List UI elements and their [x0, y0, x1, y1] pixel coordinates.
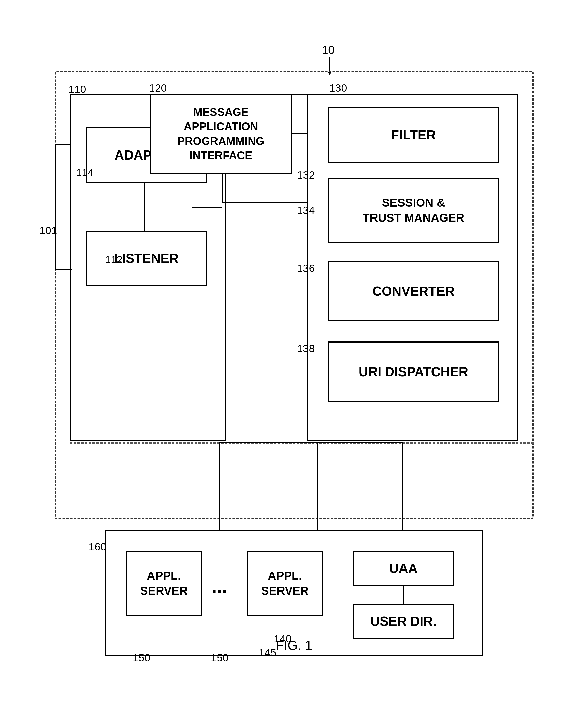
- label-110: 110: [68, 83, 86, 96]
- ellipsis: ...: [212, 576, 227, 596]
- uri-dispatcher-label: URI DISPATCHER: [359, 364, 468, 379]
- filter-box: FILTER: [328, 107, 499, 163]
- appl-server-2-box: APPL.SERVER: [247, 551, 323, 616]
- label-120: 120: [149, 82, 167, 94]
- label-114: 114: [76, 167, 94, 179]
- uri-dispatcher-box: URI DISPATCHER: [328, 341, 499, 402]
- converter-label: CONVERTER: [372, 283, 455, 299]
- page: 10 101 ADAPTER LISTENER 110 114 112: [0, 0, 588, 716]
- appl-server-1-label: APPL.SERVER: [140, 568, 188, 598]
- fig-label: FIG. 1: [276, 638, 312, 653]
- label-150a: 150: [133, 652, 150, 664]
- line-uaa-userdir: [403, 586, 404, 605]
- map-label: MESSAGEAPPLICATIONPROGRAMMINGINTERFACE: [177, 105, 265, 163]
- label-130: 130: [330, 82, 347, 94]
- label-101: 101: [40, 225, 57, 237]
- map-box: MESSAGEAPPLICATIONPROGRAMMINGINTERFACE: [150, 93, 292, 174]
- appl-server-2-label: APPL.SERVER: [261, 568, 309, 598]
- session-trust-label: SESSION &TRUST MANAGER: [363, 195, 464, 226]
- user-dir-label: USER DIR.: [370, 614, 437, 629]
- appl-server-1-box: APPL.SERVER: [126, 551, 202, 616]
- label-145: 145: [259, 647, 276, 659]
- listener-label: LISTENER: [114, 251, 179, 266]
- left-bracket-vert: [56, 144, 57, 270]
- label-134: 134: [297, 204, 315, 216]
- line-adapter-listener: [144, 183, 145, 232]
- vert-down-mid: [317, 442, 318, 530]
- filter-label: FILTER: [391, 127, 436, 142]
- box-160: APPL.SERVER ... APPL.SERVER UAA USER DIR…: [105, 529, 483, 655]
- box-130: FILTER SESSION &TRUST MANAGER CONVERTER …: [307, 93, 519, 441]
- line-map-to-130-top: [224, 94, 308, 95]
- conn-listener-map: [192, 207, 222, 208]
- label-132: 132: [297, 169, 315, 181]
- listener-box: LISTENER: [86, 231, 207, 286]
- session-trust-box: SESSION &TRUST MANAGER: [328, 178, 499, 243]
- vert-down-right: [402, 442, 403, 530]
- horiz-uri-top: [218, 442, 403, 443]
- diagram-container: 10 101 ADAPTER LISTENER 110 114 112: [55, 43, 533, 673]
- uaa-label: UAA: [389, 561, 418, 576]
- label-136: 136: [297, 262, 315, 274]
- conn-map-down-vert: [222, 174, 223, 203]
- user-dir-box: USER DIR.: [353, 604, 454, 639]
- left-bracket-bot: [56, 269, 72, 270]
- vert-down-left: [218, 442, 219, 530]
- left-bracket-top: [56, 144, 70, 145]
- label-150b: 150: [211, 652, 229, 664]
- label-112: 112: [105, 254, 123, 266]
- label-138: 138: [297, 342, 315, 355]
- conn-map-down-horiz: [222, 203, 308, 203]
- conn-map-filter: [292, 133, 308, 134]
- converter-box: CONVERTER: [328, 261, 499, 321]
- uaa-box: UAA: [353, 551, 454, 586]
- arrow-10-line: [330, 57, 330, 72]
- label-160: 160: [89, 541, 106, 553]
- label-10: 10: [322, 43, 335, 57]
